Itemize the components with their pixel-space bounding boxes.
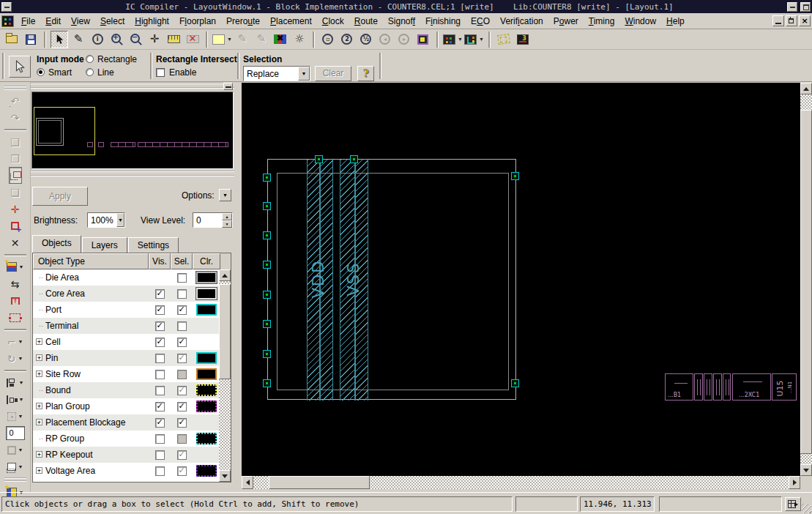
- spin-down-icon[interactable]: ▼: [222, 220, 232, 228]
- pointer-tool-button[interactable]: [9, 56, 31, 78]
- route-guide-button[interactable]: [495, 31, 513, 48]
- dim-brightness-button[interactable]: ☼: [291, 31, 308, 48]
- object-row-voltage-area[interactable]: +Voltage Area: [33, 463, 219, 479]
- expand-icon[interactable]: +: [36, 419, 42, 425]
- brightness-combo-arrow-icon[interactable]: ▼: [116, 213, 124, 227]
- menu-select[interactable]: Select: [95, 14, 130, 29]
- mdi-restore-button[interactable]: [786, 15, 797, 26]
- cell-2xc1[interactable]: ...2XC1: [732, 373, 771, 401]
- object-row-rp-keepout[interactable]: +RP Keepout: [33, 447, 219, 463]
- rp-group-visible-checkbox[interactable]: [155, 434, 165, 444]
- port-color-swatch[interactable]: [196, 304, 217, 316]
- object-row-cell[interactable]: +Cell: [33, 334, 219, 350]
- menu-verification[interactable]: Verification: [495, 14, 548, 29]
- remove-rulers-button[interactable]: [184, 31, 201, 48]
- expand-icon[interactable]: +: [36, 338, 42, 345]
- site-row-selectable-checkbox[interactable]: [177, 370, 187, 379]
- dropdown-arrow-icon[interactable]: ▼: [18, 356, 23, 361]
- apply-button[interactable]: Apply: [32, 187, 88, 206]
- canvas-hscroll-thumb[interactable]: [269, 476, 370, 489]
- core-area-selectable-checkbox[interactable]: [177, 289, 187, 299]
- zoom-in-button[interactable]: +: [108, 31, 125, 48]
- bound-visible-checkbox[interactable]: [155, 386, 165, 395]
- port-pin[interactable]: [511, 172, 519, 180]
- fill-style-button[interactable]: ▼: [7, 458, 23, 475]
- spacing[interactable]: 0: [6, 426, 25, 440]
- open-design-button[interactable]: [3, 31, 21, 48]
- edit-pencil-button[interactable]: ✎: [70, 31, 87, 48]
- expand-icon[interactable]: +: [36, 403, 42, 409]
- object-row-pin[interactable]: +Pin: [33, 350, 219, 366]
- previous-view-button[interactable]: ◂: [376, 31, 394, 48]
- title-minimize-button[interactable]: [787, 2, 797, 12]
- object-row-die-area[interactable]: Die Area: [33, 269, 219, 286]
- voltage-area-color-swatch[interactable]: [196, 465, 217, 477]
- core-area-color-swatch[interactable]: [196, 288, 217, 299]
- dropdown-arrow-icon[interactable]: ▼: [19, 380, 24, 385]
- tab-settings[interactable]: Settings: [128, 237, 179, 253]
- layer-palette-button[interactable]: ▼: [443, 31, 463, 48]
- status-command-field[interactable]: [659, 496, 782, 512]
- object-row-bound[interactable]: Bound: [33, 382, 219, 398]
- menu-timing[interactable]: Timing: [584, 14, 620, 29]
- menu-eco[interactable]: ECO: [466, 14, 495, 29]
- dropdown-arrow-icon[interactable]: ▼: [479, 37, 484, 42]
- cell-u15[interactable]: U15 ...N1: [772, 373, 797, 401]
- port-pin[interactable]: [263, 320, 271, 328]
- unhighlight-pencil-button[interactable]: ✎: [253, 31, 270, 48]
- rotate-button[interactable]: ↻▼: [7, 350, 23, 367]
- undo-button[interactable]: ↶: [11, 92, 20, 109]
- canvas-scroll-left-button[interactable]: [242, 476, 253, 489]
- menu-highlight[interactable]: Highlight: [130, 14, 174, 29]
- port-pin[interactable]: [315, 155, 323, 163]
- site-row-color-swatch[interactable]: [196, 368, 217, 380]
- menu-view[interactable]: View: [66, 14, 95, 29]
- object-row-terminal[interactable]: Terminal: [33, 318, 219, 334]
- terminal-visible-checkbox[interactable]: [155, 321, 165, 331]
- placement-blockage-visible-checkbox[interactable]: [155, 418, 165, 428]
- cell-narrow[interactable]: [704, 373, 712, 401]
- menu-finishing[interactable]: Finishing: [420, 14, 466, 29]
- pin-selectable-checkbox[interactable]: [177, 354, 187, 363]
- input-mode-smart-radio[interactable]: [37, 68, 45, 76]
- select-region-button[interactable]: [9, 167, 22, 184]
- brightness-combo[interactable]: 100% ▼: [87, 212, 125, 228]
- zoom-out-button[interactable]: −: [127, 31, 144, 48]
- input-mode-rectangle-radio[interactable]: [86, 55, 94, 63]
- expand-icon[interactable]: +: [36, 467, 42, 474]
- cell-visible-checkbox[interactable]: [155, 338, 165, 347]
- column-header-clr[interactable]: Clr.: [193, 253, 220, 269]
- dropdown-arrow-icon[interactable]: ▼: [227, 37, 232, 42]
- pin-color-swatch[interactable]: [196, 352, 217, 364]
- object-row-port[interactable]: Port: [33, 302, 219, 318]
- ruler-button[interactable]: [165, 31, 182, 48]
- object-row-core-area[interactable]: Core Area: [33, 286, 219, 302]
- cell-selectable-checkbox[interactable]: [177, 338, 187, 347]
- menu-window[interactable]: Window: [619, 14, 661, 29]
- overview-splitter-bottom[interactable]: [31, 171, 234, 176]
- overview-splitter-top[interactable]: [31, 83, 234, 89]
- rp-group-color-swatch[interactable]: [196, 433, 217, 444]
- canvas-scroll-right-button[interactable]: [789, 476, 800, 489]
- color-category-button[interactable]: ▼: [7, 258, 24, 275]
- dropdown-arrow-icon[interactable]: ▼: [18, 339, 23, 344]
- cell-b1[interactable]: ...B1: [665, 373, 693, 401]
- highlight-pencil-button[interactable]: ✎: [234, 31, 251, 48]
- scroll-down-button[interactable]: [219, 470, 231, 482]
- terminal-selectable-checkbox[interactable]: [177, 321, 187, 331]
- object-row-site-row[interactable]: +Site Row: [33, 366, 219, 382]
- port-pin[interactable]: [263, 379, 271, 387]
- clear-highlight-button[interactable]: [272, 31, 289, 48]
- bound-selectable-checkbox[interactable]: [177, 386, 187, 395]
- expand-icon[interactable]: +: [36, 354, 42, 361]
- port-pin[interactable]: [263, 261, 271, 269]
- port-pin[interactable]: [263, 231, 271, 239]
- zoom-half-button[interactable]: ½: [357, 31, 375, 48]
- cell-narrow[interactable]: [713, 373, 722, 401]
- redo-button[interactable]: ↷: [11, 109, 20, 126]
- flip-object-button[interactable]: ⇆: [11, 275, 20, 292]
- menu-route[interactable]: Route: [349, 14, 383, 29]
- dropdown-arrow-icon[interactable]: ▼: [18, 447, 23, 452]
- menu-edit[interactable]: Edit: [40, 14, 66, 29]
- orient-button[interactable]: ⌐▼: [7, 333, 23, 350]
